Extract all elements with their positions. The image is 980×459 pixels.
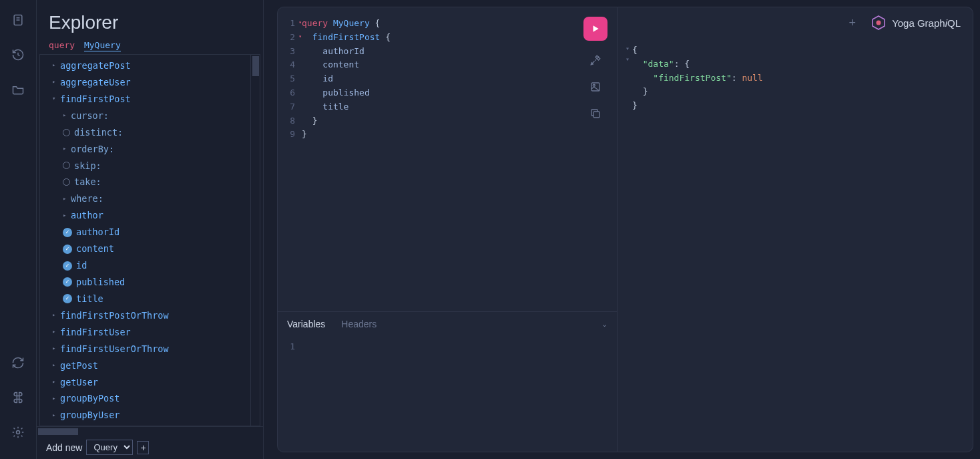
tab-headers[interactable]: Headers — [341, 319, 377, 329]
tree-item-authorid[interactable]: ✓authorId — [45, 224, 260, 241]
add-new-plus-button[interactable]: + — [137, 441, 149, 454]
checked-icon[interactable]: ✓ — [63, 245, 72, 254]
tree-item-published[interactable]: ✓published — [45, 274, 260, 291]
tree-item-getpost[interactable]: ▸getPost — [45, 357, 260, 374]
tree-item-groupbyuser[interactable]: ▸groupByUser — [45, 407, 260, 424]
tree-item-findfirstpost[interactable]: ▾findFirstPost — [45, 91, 260, 108]
tree-item-distinct[interactable]: distinct: — [45, 124, 260, 141]
query-editor-panel: 123456789 query MyQuery { findFirstPost … — [277, 7, 618, 452]
execute-button[interactable] — [583, 17, 607, 41]
unchecked-icon[interactable] — [63, 162, 70, 169]
expand-arrow-icon[interactable]: ▸ — [52, 61, 60, 70]
tree-item-cursor[interactable]: ▸cursor: — [45, 108, 260, 124]
tree-item-take[interactable]: take: — [45, 174, 260, 190]
explorer-title: Explorer — [37, 0, 263, 39]
explorer-tree[interactable]: ▸aggregatePost▸aggregateUser▾findFirstPo… — [39, 54, 260, 426]
yoga-logo-icon — [871, 15, 887, 31]
checked-icon[interactable]: ✓ — [63, 261, 72, 271]
expand-arrow-icon[interactable]: ▸ — [63, 211, 71, 220]
expand-arrow-icon[interactable]: ▸ — [52, 377, 60, 387]
expand-arrow-icon[interactable]: ▸ — [63, 144, 71, 154]
svg-point-1 — [17, 431, 20, 434]
add-new-row: Add new Query + — [37, 436, 263, 459]
response-panel: + Yoga GraphiQL { "data": { "findFirstPo… — [618, 7, 973, 452]
explorer-hscrollbar[interactable] — [37, 426, 263, 436]
explorer-vscrollbar[interactable] — [250, 55, 260, 426]
expand-arrow-icon[interactable]: ▸ — [52, 361, 60, 370]
refresh-icon[interactable] — [10, 355, 26, 371]
variables-editor[interactable]: 1 — [278, 336, 617, 452]
tree-item-aggregateuser[interactable]: ▸aggregateUser — [45, 74, 260, 91]
expand-arrow-icon[interactable]: ▾ — [52, 94, 60, 104]
tree-item-orderby[interactable]: ▸orderBy: — [45, 141, 260, 158]
history-icon[interactable] — [10, 47, 26, 63]
tree-item-findfirstpostorthrow[interactable]: ▸findFirstPostOrThrow — [45, 307, 260, 324]
explorer-panel: Explorer query MyQuery ▸aggregatePost▸ag… — [37, 0, 264, 459]
checked-icon[interactable]: ✓ — [63, 228, 72, 237]
variables-panel: Variables Headers ⌄ 1 — [278, 311, 617, 452]
tree-item-id[interactable]: ✓id — [45, 257, 260, 274]
editor-gutter: 123456789 — [278, 17, 302, 311]
editor-code[interactable]: query MyQuery { findFirstPost { authorId… — [302, 17, 617, 311]
tree-item-findfirstuser[interactable]: ▸findFirstUser — [45, 324, 260, 341]
svg-point-3 — [593, 84, 595, 86]
tree-item-content[interactable]: ✓content — [45, 241, 260, 257]
tree-item-title[interactable]: ✓title — [45, 291, 260, 307]
response-viewer[interactable]: { "data": { "findFirstPost": null }} — [618, 38, 973, 452]
expand-arrow-icon[interactable]: ▸ — [52, 394, 60, 404]
main-area: 123456789 query MyQuery { findFirstPost … — [264, 0, 980, 459]
left-rail — [0, 0, 37, 459]
tab-variables[interactable]: Variables — [287, 319, 325, 329]
tree-item-skip[interactable]: skip: — [45, 158, 260, 174]
variables-collapse-icon[interactable]: ⌄ — [601, 320, 607, 329]
expand-arrow-icon[interactable]: ▸ — [52, 344, 60, 353]
unchecked-icon[interactable] — [63, 178, 70, 186]
expand-arrow-icon[interactable]: ▸ — [52, 78, 60, 87]
tree-item-aggregatepost[interactable]: ▸aggregatePost — [45, 57, 260, 74]
expand-arrow-icon[interactable]: ▸ — [52, 411, 60, 420]
folder-icon[interactable] — [10, 82, 26, 98]
expand-arrow-icon[interactable]: ▸ — [63, 111, 71, 120]
copy-icon[interactable] — [588, 106, 603, 121]
editor-actions — [583, 17, 607, 121]
operation-header[interactable]: query MyQuery — [37, 39, 263, 54]
variables-tabs: Variables Headers ⌄ — [278, 312, 617, 336]
new-tab-button[interactable]: + — [849, 16, 856, 30]
query-editor[interactable]: 123456789 query MyQuery { findFirstPost … — [278, 7, 617, 311]
shortcuts-icon[interactable] — [10, 390, 26, 406]
svg-rect-4 — [593, 112, 599, 118]
brand-logo: Yoga GraphiQL — [871, 15, 961, 31]
tree-item-where[interactable]: ▸where: — [45, 190, 260, 207]
expand-arrow-icon[interactable]: ▸ — [52, 327, 60, 337]
checked-icon[interactable]: ✓ — [63, 294, 72, 303]
prettify-icon[interactable] — [588, 53, 603, 67]
merge-icon[interactable] — [588, 80, 603, 94]
svg-point-6 — [877, 21, 881, 25]
expand-arrow-icon[interactable]: ▸ — [63, 194, 71, 204]
expand-arrow-icon[interactable]: ▸ — [52, 311, 60, 320]
tree-item-author[interactable]: ▸author — [45, 207, 260, 224]
add-new-select[interactable]: Query — [86, 440, 133, 455]
settings-icon[interactable] — [10, 424, 26, 440]
docs-icon[interactable] — [10, 12, 26, 28]
response-header: + Yoga GraphiQL — [618, 7, 973, 38]
operation-name-input[interactable]: MyQuery — [84, 40, 121, 51]
tree-item-findfirstuserorthrow[interactable]: ▸findFirstUserOrThrow — [45, 341, 260, 357]
tree-item-groupbypost[interactable]: ▸groupByPost — [45, 390, 260, 407]
tree-item-getuser[interactable]: ▸getUser — [45, 374, 260, 391]
unchecked-icon[interactable] — [63, 129, 70, 136]
checked-icon[interactable]: ✓ — [63, 277, 72, 287]
